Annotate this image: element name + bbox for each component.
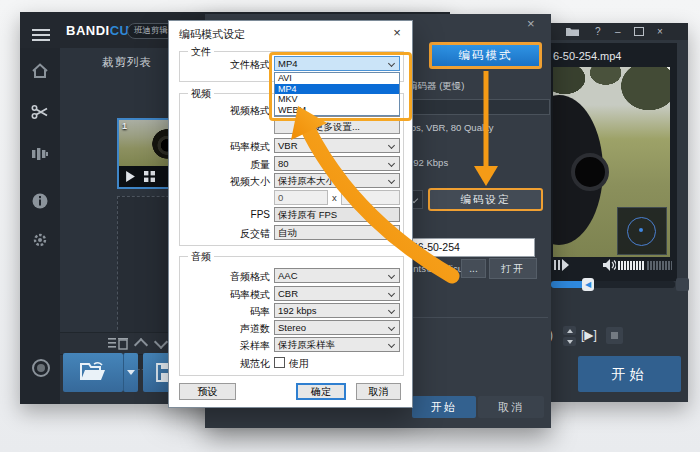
play-icon[interactable]	[125, 171, 136, 182]
fps-field[interactable]: 保持原有 FPS	[274, 207, 400, 222]
channels-row: 声道数 Stereo	[179, 320, 402, 335]
audio-format-label: 音频格式	[179, 270, 270, 284]
minimap	[617, 207, 667, 255]
home-icon[interactable]	[31, 62, 49, 80]
dropdown-option-selected[interactable]: MP4	[275, 84, 399, 95]
step-play-icon[interactable]	[554, 259, 569, 271]
stop-icon[interactable]	[606, 327, 623, 344]
dialog-start-button[interactable]: 开始	[412, 396, 476, 418]
join-icon[interactable]	[31, 145, 49, 163]
size-separator: x	[332, 192, 337, 203]
chevron-down-icon	[388, 60, 395, 67]
chevron-down-icon	[127, 370, 135, 375]
audio-bitrate-mode-row: 码率模式 CBR	[179, 286, 402, 301]
quality-summary: fps, VBR, 80 Quality	[408, 122, 494, 133]
dropdown-option[interactable]: AVI	[275, 73, 399, 84]
encode-mode-button[interactable]: 编码模式	[429, 42, 542, 69]
info-icon[interactable]	[31, 192, 49, 210]
close-icon[interactable]: ×	[388, 25, 406, 40]
slider-handle[interactable]: ◀	[582, 278, 594, 291]
open-file-button[interactable]	[63, 353, 123, 392]
open-file-dropdown[interactable]	[123, 353, 138, 392]
start-button-main[interactable]: 开始	[578, 356, 681, 392]
quality-label: 质量	[179, 158, 270, 172]
close-icon[interactable]: ×	[527, 16, 535, 31]
sample-rate-select[interactable]: 保持原采样率	[274, 337, 400, 352]
chevron-down-icon	[388, 272, 395, 279]
speaker-icon[interactable]	[603, 259, 616, 271]
help-icon[interactable]: ?	[595, 26, 601, 37]
bitrate-mode-label: 码率模式	[179, 140, 270, 154]
ok-button[interactable]: 确定	[296, 383, 346, 400]
channels-select[interactable]: Stereo	[274, 320, 400, 335]
seek-slider[interactable]: ◀	[551, 281, 675, 288]
deinterlace-row: 反交错 自动	[179, 225, 402, 240]
close-icon[interactable]: ×	[657, 26, 663, 37]
fps-row: FPS 保持原有 FPS	[179, 207, 402, 222]
normalize-option-label: 使用	[289, 357, 309, 371]
grid-icon[interactable]	[144, 171, 155, 182]
video-size-select[interactable]: 保持原本大小	[274, 173, 400, 188]
quality-select[interactable]: 80	[274, 156, 400, 171]
cancel-button[interactable]: 取消	[356, 383, 401, 400]
spinner-up-icon[interactable]	[563, 326, 576, 335]
sample-rate-label: 采样率	[179, 339, 270, 353]
open-folder-button[interactable]: 打开	[489, 258, 537, 279]
panel-title: 裁剪列表	[102, 55, 152, 70]
more-settings-button[interactable]: 更多设置...	[274, 119, 400, 134]
audio-bitrate-mode-select[interactable]: CBR	[274, 286, 400, 301]
normalize-checkbox[interactable]	[274, 357, 285, 368]
fps-label: FPS	[179, 209, 270, 220]
deinterlace-select[interactable]: 自动	[274, 225, 400, 240]
time-spinner[interactable]	[563, 326, 576, 346]
divider	[408, 317, 548, 318]
preset-button[interactable]: 预设	[179, 383, 236, 400]
height-input[interactable]	[341, 190, 400, 205]
deinterlace-label: 反交错	[179, 227, 270, 241]
format-dropdown-list[interactable]: AVI MP4 MKV WEBM	[274, 72, 400, 116]
dropdown-option[interactable]: WEBM	[275, 105, 399, 116]
file-format-select[interactable]: MP4	[274, 56, 400, 71]
chevron-down-icon	[388, 160, 395, 167]
list-delete-icon[interactable]	[108, 337, 128, 350]
scissors-icon[interactable]	[31, 103, 49, 121]
chevron-up-icon[interactable]	[134, 338, 148, 352]
folder-icon[interactable]	[566, 27, 579, 37]
preview-panel: 6-50-254.mp4	[551, 43, 677, 281]
spinner-down-icon[interactable]	[563, 337, 576, 346]
audio-bitrate-mode-label: 码率模式	[179, 288, 270, 302]
minimap-dot	[639, 228, 643, 232]
browse-button[interactable]: ...	[461, 259, 486, 278]
gear-icon[interactable]	[31, 231, 49, 249]
sample-rate-row: 采样率 保持原采样率	[179, 337, 402, 352]
video-bitrate-mode-row: 码率模式 VBR	[179, 138, 402, 153]
more-settings-row: 更多设置...	[179, 119, 402, 134]
volume-bars-empty	[647, 261, 672, 270]
audio-group-label: 音频	[188, 250, 214, 264]
file-format-row: 文件格式 MP4	[179, 56, 402, 71]
width-input[interactable]: 0	[274, 190, 328, 205]
dropdown-option[interactable]: MKV	[275, 94, 399, 105]
chevron-down-icon[interactable]	[154, 335, 168, 349]
folder-open-icon	[80, 361, 106, 383]
chevron-down-icon	[388, 229, 395, 236]
menu-icon[interactable]	[32, 26, 50, 44]
record-icon[interactable]	[31, 358, 51, 378]
volume-bars-filled[interactable]	[618, 261, 645, 270]
bitrate-mode-select[interactable]: VBR	[274, 138, 400, 153]
encode-settings-button[interactable]: 编码设定	[428, 188, 543, 211]
maximize-icon[interactable]	[634, 27, 644, 36]
dialog-title: 编码模式设定	[179, 27, 245, 42]
video-size-label: 视频大小	[179, 175, 270, 189]
audio-format-select[interactable]: AAC	[274, 268, 400, 283]
dialog-cancel-button[interactable]: 取消	[478, 396, 544, 418]
minimize-icon[interactable]: –	[615, 26, 621, 37]
video-group-label: 视频	[188, 87, 214, 101]
chevron-down-icon	[388, 341, 395, 348]
slider-end-box[interactable]	[676, 278, 689, 291]
encoder-note: 编码器 (更慢)	[408, 80, 464, 93]
audio-bitrate-select[interactable]: 192 kbps	[274, 303, 400, 318]
clip-index: 1	[122, 121, 127, 131]
play-section-icon[interactable]: [▶]	[581, 328, 597, 342]
output-filename-input[interactable]: 46-50-254	[408, 238, 535, 257]
